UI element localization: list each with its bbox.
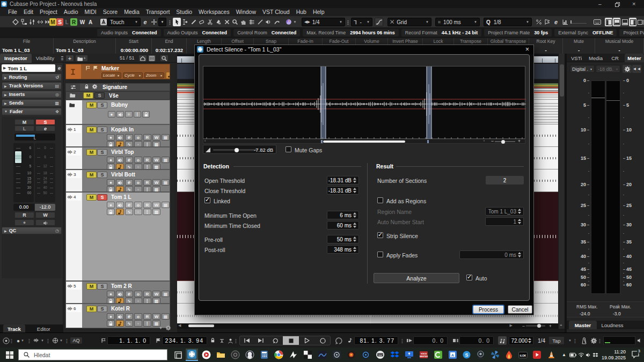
spinner-icon[interactable] xyxy=(528,338,532,343)
metronome-icon[interactable] xyxy=(580,337,588,344)
fader-mute-button[interactable]: M xyxy=(14,119,34,125)
status-project-pan-law[interactable]: Project Pan LawEqual Power xyxy=(619,29,644,36)
track-mute-button[interactable]: M xyxy=(86,172,97,178)
track-channel-strip-icon[interactable]: ▦ xyxy=(162,157,170,163)
tray-wifi-icon[interactable] xyxy=(578,348,584,362)
arrow-tool[interactable] xyxy=(173,18,181,26)
meter-settings-gear-icon[interactable] xyxy=(623,65,632,73)
locators-lock-icon[interactable] xyxy=(209,337,217,344)
audio-quantize-button[interactable]: AQ xyxy=(70,337,83,344)
track-snap-icon[interactable]: ⋮ xyxy=(143,320,151,327)
spinner-icon[interactable] xyxy=(353,212,357,218)
toolbar-w-button[interactable]: W xyxy=(79,18,86,26)
bubny-record-enable-icon[interactable]: ● xyxy=(108,111,115,117)
taskbar-app-vlc[interactable] xyxy=(545,349,558,361)
track-timebase-icon[interactable] xyxy=(116,298,124,304)
menu-midi[interactable]: MIDI xyxy=(84,8,97,16)
home-zoom-button[interactable] xyxy=(138,55,147,62)
menu-workspaces[interactable]: Workspaces xyxy=(198,8,230,16)
tray-clock[interactable]: 11:2019.09.2025 xyxy=(602,349,626,361)
taskbar-app-camtasia[interactable] xyxy=(432,349,444,361)
quantize-value-dropdown[interactable]: Q1/8▼ xyxy=(484,18,532,26)
track-timebase-icon[interactable] xyxy=(116,186,124,192)
menu-help[interactable]: Help xyxy=(312,8,325,16)
track-listen-icon[interactable]: ◦ xyxy=(134,186,142,192)
inspector-edit-button[interactable]: e xyxy=(56,64,62,72)
status-project-frame-rate[interactable]: Project Frame Rate30 fps xyxy=(484,29,552,36)
track-mute-button[interactable]: M xyxy=(86,194,97,201)
track-listen-icon[interactable]: ◦ xyxy=(134,320,142,327)
meter-peak-value[interactable]: -12.0 xyxy=(35,204,55,211)
zoom-tool[interactable] xyxy=(231,18,239,26)
menu-audio[interactable]: Audio xyxy=(63,8,79,16)
status-max-record-time[interactable]: Max. Record Time2994 hours 06 mins xyxy=(303,29,399,36)
track-row-tom-1-l[interactable]: 4 M S Tom 1 L ● e o R W ▦ ∿ ◦ ⋮ ▩ xyxy=(65,192,170,281)
zoom-slider[interactable] xyxy=(526,325,545,327)
track-monitor-icon[interactable] xyxy=(116,202,124,208)
volume-fader[interactable]: 6051015203000 xyxy=(13,143,34,202)
record-button[interactable] xyxy=(315,336,330,345)
spinner-icon[interactable] xyxy=(353,237,357,242)
folder-icon[interactable] xyxy=(66,92,80,99)
scroll-left-icon[interactable]: ‹ xyxy=(204,139,206,143)
division-dropdown[interactable]: ◀▶1/4▼ xyxy=(302,18,345,26)
track-edit-channel-button[interactable]: e xyxy=(125,134,133,141)
record-enable-button[interactable]: ● xyxy=(14,219,34,226)
tap-tempo-button[interactable]: Tap xyxy=(548,336,565,345)
tempo-track-button[interactable] xyxy=(498,336,507,345)
toolbar-s-button[interactable]: S xyxy=(56,18,63,26)
track-timebase-icon[interactable] xyxy=(116,320,124,327)
meter-mode-dropdown[interactable]: Digital .▼ xyxy=(570,65,595,73)
bubny-bypass-icon[interactable]: ⋮ xyxy=(134,111,141,117)
close-threshold-field[interactable]: -18.31 dB xyxy=(327,186,359,195)
region-name-field[interactable]: Tom 1 L_03 xyxy=(485,207,524,216)
fader-solo-button[interactable]: S xyxy=(35,119,55,125)
track-solo-button[interactable]: S xyxy=(97,149,107,156)
mute-tool[interactable] xyxy=(223,18,231,26)
taskbar-app-screen-share[interactable] xyxy=(403,349,415,361)
track-record-enable-icon[interactable]: ● xyxy=(107,179,115,186)
track-row-virbl-top[interactable]: 2 M S Virbl Top ● e o R W ▦ ∿ ◦ ⋮ ▩ xyxy=(65,147,170,169)
minimize-button[interactable]: – xyxy=(598,0,602,8)
punch-in-icon[interactable] xyxy=(218,337,225,344)
folder-icon[interactable] xyxy=(69,102,77,110)
spinner-icon[interactable] xyxy=(353,247,357,252)
track-write-button[interactable]: W xyxy=(152,202,160,208)
track-mute-button[interactable]: M xyxy=(86,127,97,133)
expand-tracks-icon[interactable] xyxy=(36,18,44,26)
mixconsole-icon[interactable] xyxy=(28,18,36,26)
track-read-button[interactable]: R xyxy=(143,179,151,186)
postroll-icon[interactable] xyxy=(452,337,459,344)
minimum-time-open-field[interactable]: 6 ms xyxy=(327,211,359,219)
info-col-end[interactable]: End0:02:17.232 xyxy=(152,38,187,54)
constrain-delay-icon[interactable] xyxy=(2,337,10,344)
track-row-virbl-bott[interactable]: 3 M S Virbl Bott ● e o R W ▦ ∿ ◦ ⋮ ▩ xyxy=(65,169,170,192)
audition-tool[interactable] xyxy=(265,18,273,26)
track-write-button[interactable]: W xyxy=(152,179,160,186)
arranger-icon[interactable] xyxy=(334,337,343,344)
track-edit-channel-button[interactable]: e xyxy=(125,179,133,186)
track-snap-icon[interactable]: ⋮ xyxy=(143,186,151,192)
track-freeze2-icon[interactable]: ▩ xyxy=(152,141,160,147)
track-monitor-icon[interactable] xyxy=(116,157,124,163)
info-col-start[interactable]: Start0:00:00.000 xyxy=(116,38,152,54)
track-timebase-icon[interactable] xyxy=(116,164,124,169)
dialog-titlebar[interactable]: Detect Silence - "Tom 1 L_03" × xyxy=(195,45,533,54)
taskbar-app-media-dark[interactable] xyxy=(229,349,241,361)
bubny-solo-button[interactable]: S xyxy=(97,102,107,108)
right-locator-icon[interactable] xyxy=(155,337,162,344)
audio-record-mode-dropdown[interactable]: ▼ xyxy=(32,337,46,344)
dialog-close-icon[interactable]: × xyxy=(525,46,529,53)
tab-inspector[interactable]: Inspector xyxy=(0,54,32,63)
inspector-section-routing[interactable]: ▶Routing↺ xyxy=(2,73,62,81)
track-record-enable-icon[interactable]: ● xyxy=(107,134,115,141)
menu-score[interactable]: Score xyxy=(103,8,118,16)
tempo-display[interactable]: 72.000 xyxy=(509,336,533,345)
threshold-slider-track[interactable] xyxy=(213,149,257,151)
track-edit-channel-button[interactable]: e xyxy=(125,202,133,208)
track-record-enable-icon[interactable]: ● xyxy=(107,157,115,163)
track-mute-button[interactable]: M xyxy=(86,149,97,156)
track-mute-button[interactable]: M xyxy=(86,306,97,312)
quantize-panel-button[interactable]: e xyxy=(553,18,559,26)
track-read-button[interactable]: R xyxy=(143,313,151,320)
